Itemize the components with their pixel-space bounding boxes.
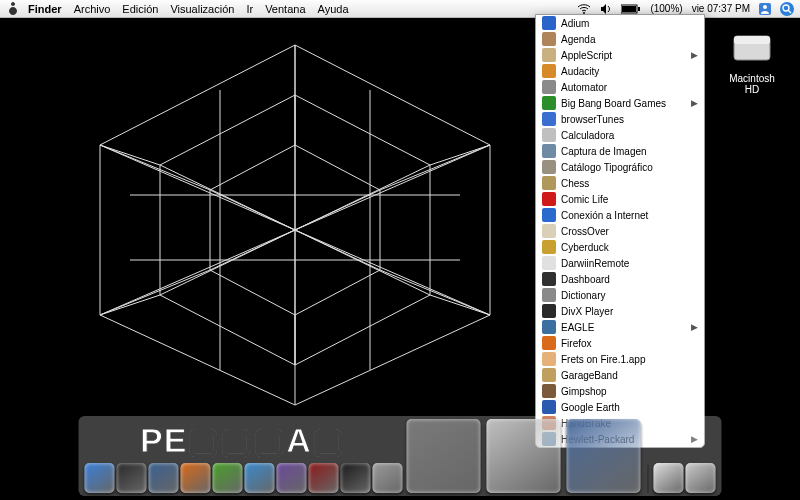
app-menu-label: Frets on Fire.1.app <box>561 354 645 365</box>
svg-point-11 <box>736 63 768 69</box>
app-icon <box>542 240 556 254</box>
dock-applications-folder[interactable] <box>567 419 641 493</box>
menu-ventana[interactable]: Ventana <box>265 3 305 15</box>
app-icon <box>542 64 556 78</box>
dock-photo-booth[interactable] <box>309 463 339 493</box>
app-menu-item[interactable]: Dashboard <box>536 271 704 287</box>
app-menu-item[interactable]: Audacity <box>536 63 704 79</box>
app-menu-label: EAGLE <box>561 322 594 333</box>
app-icon <box>542 160 556 174</box>
clock[interactable]: vie 07:37 PM <box>692 3 750 14</box>
app-menu-item[interactable]: Automator <box>536 79 704 95</box>
svg-rect-10 <box>734 36 770 44</box>
app-icon <box>542 96 556 110</box>
app-menu-item[interactable]: Calculadora <box>536 127 704 143</box>
app-icon <box>542 400 556 414</box>
dock-dashboard[interactable] <box>117 463 147 493</box>
app-menu-item[interactable]: Captura de Imagen <box>536 143 704 159</box>
app-menu-item[interactable]: browserTunes <box>536 111 704 127</box>
app-menu-label: Conexión a Internet <box>561 210 648 221</box>
app-menu-item[interactable]: Dictionary <box>536 287 704 303</box>
app-menu-label: Adium <box>561 18 589 29</box>
dock-app-b[interactable] <box>277 463 307 493</box>
app-menu-item[interactable]: Comic Life <box>536 191 704 207</box>
menu-edicion[interactable]: Edición <box>122 3 158 15</box>
svg-point-5 <box>763 5 767 9</box>
app-menu-label: Firefox <box>561 338 592 349</box>
app-menu-label: CrossOver <box>561 226 609 237</box>
app-menu-item[interactable]: Conexión a Internet <box>536 207 704 223</box>
desktop-hd-icon[interactable]: Macintosh HD <box>722 30 782 95</box>
app-menu-label: Catálogo Tipográfico <box>561 162 653 173</box>
app-icon <box>542 48 556 62</box>
app-icon <box>542 352 556 366</box>
active-app-name[interactable]: Finder <box>28 3 62 15</box>
app-menu-item[interactable]: EAGLE▶ <box>536 319 704 335</box>
svg-rect-2 <box>622 6 636 12</box>
app-menu-item[interactable]: DivX Player <box>536 303 704 319</box>
battery-icon[interactable] <box>621 4 641 14</box>
app-menu-item[interactable]: GarageBand <box>536 367 704 383</box>
dock-terminal[interactable] <box>341 463 371 493</box>
dock-app-a[interactable] <box>245 463 275 493</box>
app-menu-item[interactable]: Firefox <box>536 335 704 351</box>
dock-firefox[interactable] <box>181 463 211 493</box>
app-icon <box>542 16 556 30</box>
submenu-arrow-icon: ▶ <box>691 50 698 60</box>
svg-line-24 <box>380 145 490 190</box>
apple-menu-icon[interactable] <box>6 2 20 16</box>
dock-limewire[interactable] <box>213 463 243 493</box>
app-menu-label: GarageBand <box>561 370 618 381</box>
menu-archivo[interactable]: Archivo <box>74 3 111 15</box>
dock-finder[interactable] <box>85 463 115 493</box>
app-icon <box>542 80 556 94</box>
wifi-icon[interactable] <box>577 3 591 15</box>
volume-icon[interactable] <box>600 3 612 15</box>
app-menu-label: Chess <box>561 178 589 189</box>
submenu-arrow-icon: ▶ <box>691 98 698 108</box>
app-menu-label: Comic Life <box>561 194 608 205</box>
user-icon[interactable] <box>759 3 771 15</box>
svg-line-28 <box>430 145 490 165</box>
app-menu-item[interactable]: Google Earth <box>536 399 704 415</box>
dock-window-a[interactable] <box>654 463 684 493</box>
app-icon <box>542 384 556 398</box>
app-menu-label: DivX Player <box>561 306 613 317</box>
spotlight-icon[interactable] <box>780 2 794 16</box>
menu-ir[interactable]: Ir <box>246 3 253 15</box>
app-menu-item[interactable]: Frets on Fire.1.app <box>536 351 704 367</box>
app-menu-item[interactable]: AppleScript▶ <box>536 47 704 63</box>
app-icon <box>542 304 556 318</box>
app-menu-label: Automator <box>561 82 607 93</box>
dock-window-b[interactable] <box>686 463 716 493</box>
menu-visualizacion[interactable]: Visualización <box>170 3 234 15</box>
svg-line-27 <box>100 270 210 315</box>
svg-rect-3 <box>638 7 640 11</box>
app-menu-item[interactable]: Big Bang Board Games▶ <box>536 95 704 111</box>
app-menu-label: Dictionary <box>561 290 605 301</box>
app-menu-label: AppleScript <box>561 50 612 61</box>
app-menu-item[interactable]: Catálogo Tipográfico <box>536 159 704 175</box>
app-menu-label: Gimpshop <box>561 386 607 397</box>
svg-line-29 <box>430 295 490 315</box>
app-menu-item[interactable]: Adium <box>536 15 704 31</box>
app-menu-item[interactable]: Gimpshop <box>536 383 704 399</box>
dock-app-c[interactable] <box>407 419 481 493</box>
svg-line-30 <box>100 145 160 165</box>
app-menu-item[interactable]: Agenda <box>536 31 704 47</box>
svg-line-31 <box>100 295 160 315</box>
app-menu-item[interactable]: Chess <box>536 175 704 191</box>
app-icon <box>542 368 556 382</box>
app-menu-item[interactable]: DarwiinRemote <box>536 255 704 271</box>
dock-app-d[interactable] <box>487 419 561 493</box>
app-icon <box>542 256 556 270</box>
menu-ayuda[interactable]: Ayuda <box>318 3 349 15</box>
svg-point-6 <box>780 2 794 16</box>
desktop-hd-label: Macintosh HD <box>722 73 782 95</box>
app-menu-item[interactable]: Cyberduck <box>536 239 704 255</box>
dock-system-prefs[interactable] <box>373 463 403 493</box>
app-menu-label: Calculadora <box>561 130 614 141</box>
app-icon <box>542 336 556 350</box>
dock-google-earth[interactable] <box>149 463 179 493</box>
app-menu-item[interactable]: CrossOver <box>536 223 704 239</box>
